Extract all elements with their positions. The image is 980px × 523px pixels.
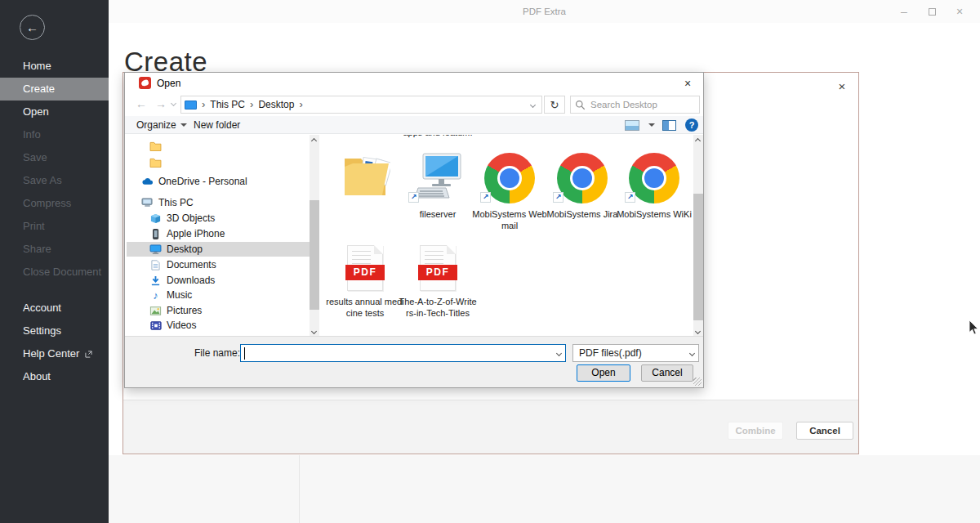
nav-forward-button[interactable]: → [155, 97, 167, 110]
file-tile-mobisystems-jira[interactable]: ↗ MobiSystems Jira [543, 151, 621, 220]
shortcut-arrow-icon: ↗ [625, 192, 635, 203]
create-page-background [109, 455, 980, 523]
tree-item-folder[interactable] [127, 155, 310, 170]
file-tile-results-annual-medicine-tests[interactable]: PDF results annual medicine tests [326, 239, 404, 319]
sidebar-item-create[interactable]: Create [0, 78, 109, 101]
tree-item-folder[interactable] [127, 139, 310, 154]
combine-dialog-close-button[interactable]: × [834, 78, 850, 94]
breadcrumb-desktop[interactable]: Desktop [258, 99, 294, 110]
help-button[interactable]: ? [685, 118, 698, 132]
sidebar-item-home[interactable]: Home [0, 55, 109, 78]
maximize-icon [929, 8, 936, 16]
tree-item-this-pc[interactable]: This PC [127, 195, 310, 210]
file-tile-the-a-to-z-of-writers[interactable]: PDF The-A-to-Z-of-Writers-in-Tech-Titles [399, 239, 477, 319]
sidebar-item-about[interactable]: About [0, 365, 109, 388]
nav-history-dropdown-icon[interactable] [171, 101, 176, 106]
shortcut-arrow-icon: ↗ [480, 192, 491, 203]
sidebar-item-save-as: Save As [0, 169, 109, 192]
document-icon [149, 259, 162, 270]
organize-dropdown-icon [180, 123, 187, 127]
open-button[interactable]: Open [577, 364, 630, 382]
sidebar-item-close-document: Close Document [0, 261, 109, 284]
tree-item-music[interactable]: ♪ Music [127, 288, 310, 302]
dialog-toolbar: Organize New folder ? [125, 116, 703, 134]
tree-item-downloads[interactable]: Downloads [127, 273, 310, 288]
back-button[interactable]: ← [20, 15, 45, 40]
close-icon: × [956, 5, 963, 18]
file-tile-fileserver[interactable]: ↗ fileserver [399, 151, 477, 220]
tree-item-onedrive[interactable]: OneDrive - Personal [127, 174, 310, 189]
tree-scrollbar[interactable] [310, 135, 319, 337]
minimize-button[interactable]: – [890, 0, 918, 23]
file-name-input[interactable] [244, 346, 552, 360]
refresh-button[interactable]: ↻ [544, 96, 565, 114]
resize-grip[interactable] [693, 378, 702, 386]
external-link-icon [85, 343, 92, 366]
sidebar-item-info: Info [0, 123, 109, 146]
scroll-down-icon[interactable] [695, 329, 701, 334]
open-cancel-button[interactable]: Cancel [641, 364, 693, 382]
sidebar-item-open[interactable]: Open [0, 101, 109, 123]
scroll-up-icon[interactable] [695, 138, 701, 144]
open-dialog-title: Open [157, 78, 180, 89]
file-list-scrollbar[interactable] [693, 135, 703, 337]
scroll-up-icon[interactable] [311, 138, 317, 144]
address-dropdown-icon[interactable] [530, 101, 536, 107]
close-icon: × [839, 79, 846, 93]
dialog-content: OneDrive - Personal This PC 3D Objects A… [125, 135, 703, 337]
folder-with-documents-icon [340, 152, 390, 203]
sidebar: ← Home Create Open Info Save Save As Com… [0, 0, 109, 523]
this-pc-icon [141, 197, 154, 208]
nav-back-button[interactable]: ← [136, 97, 147, 110]
tile-divider [299, 455, 300, 523]
pdf-file-icon: PDF [420, 245, 456, 291]
file-name-combobox[interactable] [240, 344, 566, 362]
file-tile-mobisystems-wiki[interactable]: ↗ MobiSystems WiKi [615, 151, 693, 220]
close-button[interactable]: × [946, 0, 973, 23]
breadcrumb[interactable]: › This PC › Desktop › [180, 96, 542, 114]
back-arrow-icon: ← [26, 20, 38, 34]
view-dropdown-icon[interactable] [648, 123, 655, 127]
breadcrumb-this-pc[interactable]: This PC [210, 99, 245, 110]
close-icon: × [684, 77, 691, 90]
file-name-dropdown-icon[interactable] [556, 351, 562, 356]
sidebar-item-settings[interactable]: Settings [0, 320, 109, 342]
tree-item-pictures[interactable]: Pictures [127, 303, 310, 318]
refresh-icon: ↻ [550, 99, 559, 111]
chrome-icon [484, 153, 535, 203]
tree-item-3d-objects[interactable]: 3D Objects [127, 211, 310, 226]
sidebar-item-help-center[interactable]: Help Center [0, 342, 109, 365]
tree-item-videos[interactable]: Videos [127, 318, 310, 333]
folder-icon [149, 157, 162, 168]
tree-item-documents[interactable]: Documents [127, 257, 310, 272]
preview-pane-button[interactable] [662, 120, 676, 131]
search-box[interactable] [570, 96, 700, 114]
combine-button: Combine [728, 422, 783, 440]
combine-cancel-button[interactable]: Cancel [796, 422, 853, 440]
tree-item-desktop[interactable]: Desktop [127, 242, 310, 257]
music-note-icon: ♪ [149, 289, 162, 301]
scrollbar-thumb[interactable] [310, 200, 319, 310]
open-dialog-close-button[interactable]: × [680, 76, 695, 91]
new-folder-button[interactable]: New folder [194, 119, 240, 131]
3d-objects-icon [149, 212, 162, 224]
change-view-button[interactable] [625, 120, 639, 131]
shortcut-arrow-icon: ↗ [553, 192, 564, 203]
maximize-button[interactable] [918, 0, 946, 23]
search-input[interactable] [590, 100, 688, 110]
minimize-icon: – [901, 5, 907, 18]
file-tile-mobisystems-webmail[interactable]: ↗ MobiSystems Webmail [470, 151, 549, 231]
sidebar-item-account[interactable]: Account [0, 297, 109, 320]
file-type-select[interactable]: PDF files(.pdf) [572, 344, 699, 362]
sidebar-item-share: Share [0, 238, 109, 261]
file-tile-folder[interactable] [326, 151, 404, 203]
shortcut-arrow-icon: ↗ [408, 192, 419, 203]
pdf-file-icon: PDF [347, 245, 383, 291]
scroll-down-icon[interactable] [311, 329, 317, 334]
scrollbar-thumb[interactable] [693, 194, 703, 320]
tree-item-apple-iphone[interactable]: Apple iPhone [127, 226, 310, 241]
download-arrow-icon [149, 275, 162, 286]
organize-menu[interactable]: Organize [136, 119, 187, 131]
mouse-cursor [969, 320, 978, 338]
combine-dialog-footer: Combine Cancel [123, 400, 858, 454]
